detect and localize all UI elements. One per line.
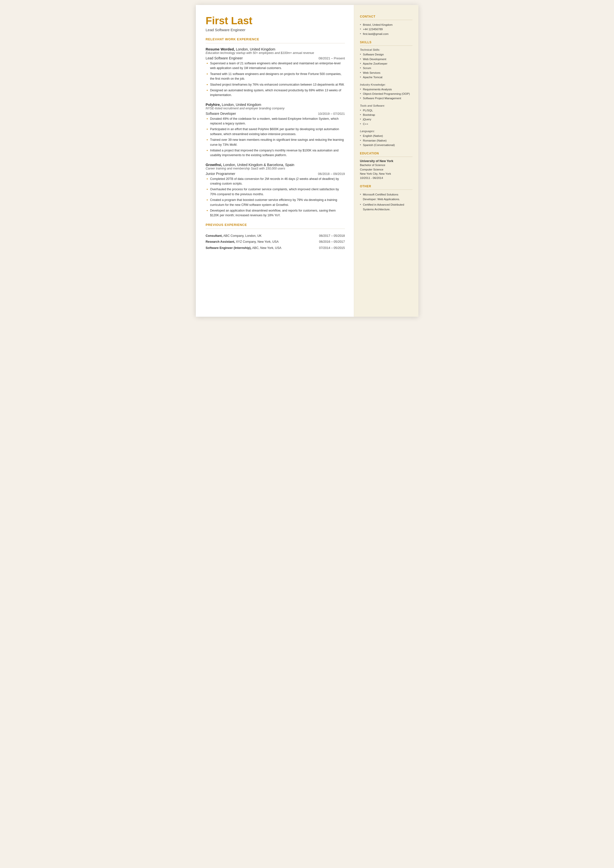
role-row-0: Lead Software Engineer 08/2021 – Present	[206, 56, 345, 60]
table-row: Consultant, ABC Company, London, UK 06/2…	[206, 233, 345, 239]
list-item: English (Native)	[360, 134, 412, 138]
company-rest-1: London, United Kingdom	[221, 103, 261, 107]
role-title-2: Junior Programmer	[206, 172, 236, 175]
role-title-1: Software Developer	[206, 112, 236, 116]
list-item: Created a program that boosted customer …	[207, 198, 345, 207]
role-row-2: Junior Programmer 06/2018 – 09/2019	[206, 172, 345, 175]
company-rest-0: London, United Kingdom	[235, 47, 276, 51]
prev-job-title-2: Software Engineer (Internship), ABC, New…	[206, 245, 310, 251]
list-item: Initiated a project that improved the co…	[207, 148, 345, 158]
previous-exp-table: Consultant, ABC Company, London, UK 06/2…	[206, 233, 345, 251]
education-block: University of New York Bachelor of Scien…	[360, 159, 412, 180]
languages-subsection: Languages: English (Native) Romanian (Na…	[360, 130, 412, 147]
list-item: Object-Oriented Programming (OOP)	[360, 92, 412, 96]
company-tagline-0: Education technology startup with 50+ em…	[206, 51, 345, 55]
list-item: Web Services	[360, 70, 412, 75]
education-heading: EDUCATION	[360, 152, 412, 155]
contact-section: CONTACT Bristol, United Kingdom +44 1234…	[360, 15, 412, 36]
list-item: Web Development	[360, 57, 412, 61]
company-name-line-2: Growthsi, London, United Kingdom & Barce…	[206, 163, 345, 167]
list-item: Overhauled the process for customer serv…	[207, 187, 345, 197]
prev-job-dates-0: 06/2017 – 05/2018	[310, 233, 345, 239]
degree: Bachelor of Science	[360, 163, 412, 167]
company-bold-2: Growthsi,	[206, 163, 222, 167]
job-block-1: Polyhire, London, United Kingdom NYSE-li…	[206, 103, 345, 158]
other-heading: OTHER	[360, 185, 412, 188]
list-item: Apache Tomcat	[360, 75, 412, 79]
technical-label: Technical Skills:	[360, 48, 412, 51]
role-title-0: Lead Software Engineer	[206, 56, 243, 60]
edu-location: New York City, New York	[360, 172, 412, 176]
left-column: First Last Lead Software Engineer RELEVA…	[196, 5, 354, 317]
role-dates-0: 08/2021 – Present	[318, 56, 345, 60]
divider-skills	[360, 45, 412, 46]
relevant-work-section: RELEVANT WORK EXPERIENCE Resume Worded, …	[206, 37, 345, 218]
list-item: Completed 20TB of data conversion for 2M…	[207, 177, 345, 186]
list-item: PL/SQL	[360, 108, 412, 113]
bullet-list-1: Donated 49% of the codebase for a modern…	[207, 116, 345, 158]
university-name: University of New York	[360, 159, 412, 163]
table-row: Research Assistant, XYZ Company, New Yor…	[206, 239, 345, 245]
contact-heading: CONTACT	[360, 15, 412, 18]
list-item: Trained over 39 new team members resulti…	[207, 138, 345, 147]
list-item: Developed an application that streamline…	[207, 208, 345, 218]
job-title: Lead Software Engineer	[206, 28, 345, 32]
list-item: Participated in an effort that saved Pol…	[207, 127, 345, 137]
company-name-line-1: Polyhire, London, United Kingdom	[206, 103, 345, 107]
relevant-work-heading: RELEVANT WORK EXPERIENCE	[206, 37, 345, 41]
other-section: OTHER Microsoft Certified Solutions Deve…	[360, 185, 412, 211]
right-column: CONTACT Bristol, United Kingdom +44 1234…	[354, 5, 419, 317]
divider-education	[360, 157, 412, 157]
list-item: Software Project Management	[360, 96, 412, 101]
list-item: Apache ZooKeeper	[360, 61, 412, 66]
prev-job-title-0: Consultant, ABC Company, London, UK	[206, 233, 310, 239]
tools-label: Tools and Software:	[360, 104, 412, 107]
name: First Last	[206, 15, 345, 27]
list-item: Requirements Analysis	[360, 87, 412, 92]
role-dates-2: 06/2018 – 09/2019	[318, 172, 345, 175]
skills-section: SKILLS Technical Skills: Software Design…	[360, 40, 412, 147]
list-item: first.last@gmail.com	[360, 32, 412, 36]
previous-experience-section: PREVIOUS EXPERIENCE Consultant, ABC Comp…	[206, 223, 345, 251]
tools-subsection: Tools and Software: PL/SQL Bootstrap jQu…	[360, 104, 412, 126]
bullet-list-2: Completed 20TB of data conversion for 2M…	[207, 177, 345, 218]
list-item: Bootstrap	[360, 113, 412, 117]
list-item: Romanian (Native)	[360, 138, 412, 143]
role-row-1: Software Developer 10/2019 – 07/2021	[206, 112, 345, 116]
list-item: Software Design	[360, 52, 412, 57]
company-bold-1: Polyhire,	[206, 103, 221, 107]
divider-contact	[360, 20, 412, 20]
skills-heading: SKILLS	[360, 40, 412, 44]
divider-other	[360, 189, 412, 190]
contact-list: Bristol, United Kingdom +44 123456789 fi…	[360, 23, 412, 36]
table-row: Software Engineer (Internship), ABC, New…	[206, 245, 345, 251]
prev-job-dates-2: 07/2014 – 05/2015	[310, 245, 345, 251]
field: Computer Science	[360, 168, 412, 172]
list-item: Spanish (Conversational)	[360, 143, 412, 147]
list-item: C++	[360, 122, 412, 126]
industry-knowledge-subsection: Industry Knowledge: Requirements Analysi…	[360, 83, 412, 101]
technical-skills-subsection: Technical Skills: Software Design Web De…	[360, 48, 412, 79]
divider-previous	[206, 228, 345, 229]
resume-page: First Last Lead Software Engineer RELEVA…	[196, 5, 419, 317]
company-tagline-1: NYSE-listed recruitment and employer bra…	[206, 107, 345, 110]
other-list: Microsoft Certified Solutions Developer:…	[360, 192, 412, 211]
industry-label: Industry Knowledge:	[360, 83, 412, 86]
list-item: Supervised a team of 21 software enginee…	[207, 61, 345, 71]
list-item: Designed an automated testing system, wh…	[207, 88, 345, 98]
previous-experience-heading: PREVIOUS EXPERIENCE	[206, 223, 345, 227]
role-dates-1: 10/2019 – 07/2021	[318, 112, 345, 116]
list-item: Slashed project timeframes by 76% via en…	[207, 82, 345, 87]
company-name-line-0: Resume Worded, London, United Kingdom	[206, 47, 345, 51]
industry-skills-list: Requirements Analysis Object-Oriented Pr…	[360, 87, 412, 101]
list-item: Teamed with 11 software engineers and de…	[207, 72, 345, 81]
list-item: Certified in Advanced Distributed System…	[360, 202, 412, 211]
list-item: +44 123456789	[360, 27, 412, 31]
bullet-list-0: Supervised a team of 21 software enginee…	[207, 61, 345, 98]
list-item: Microsoft Certified Solutions Developer:…	[360, 192, 412, 202]
education-section: EDUCATION University of New York Bachelo…	[360, 152, 412, 180]
technical-skills-list: Software Design Web Development Apache Z…	[360, 52, 412, 79]
company-rest-2: London, United Kingdom & Barcelona, Spai…	[222, 163, 294, 167]
prev-job-title-1: Research Assistant, XYZ Company, New Yor…	[206, 239, 310, 245]
tools-list: PL/SQL Bootstrap jQuery C++	[360, 108, 412, 126]
